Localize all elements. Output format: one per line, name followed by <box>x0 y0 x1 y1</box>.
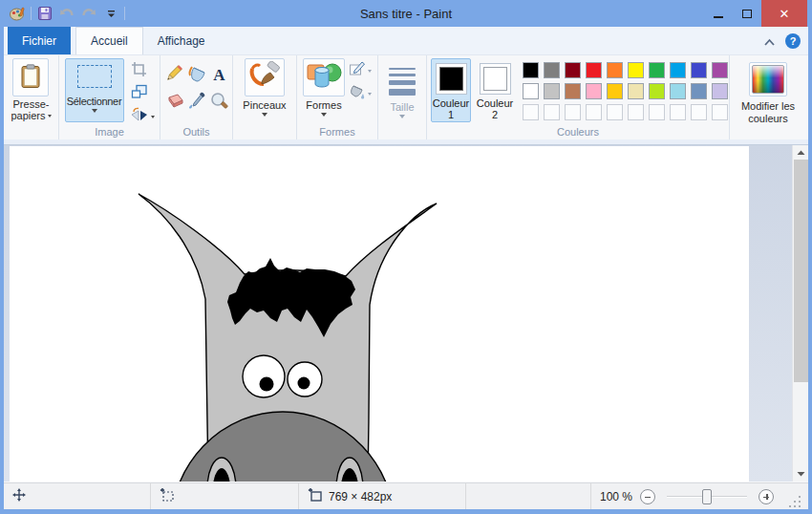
scroll-up-arrow[interactable] <box>793 145 808 160</box>
palette-swatch-empty[interactable] <box>628 104 644 120</box>
zoom-in-button[interactable] <box>759 489 774 504</box>
fill-tool[interactable] <box>186 64 207 87</box>
zoom-slider[interactable] <box>667 489 747 504</box>
line-size-icon <box>389 68 416 96</box>
clipboard-label-line1: Presse- <box>13 98 50 110</box>
resize-grip[interactable] <box>787 494 801 507</box>
palette-swatch[interactable] <box>712 83 728 99</box>
shapes-icon <box>306 61 342 94</box>
selection-marquee-icon <box>77 65 112 88</box>
paint-canvas[interactable] <box>10 146 749 482</box>
save-button[interactable] <box>36 5 53 22</box>
maximize-button[interactable] <box>733 0 761 27</box>
quick-access-toolbar <box>9 5 125 22</box>
empty-status-cell <box>466 483 591 509</box>
palette-swatch-empty[interactable] <box>607 104 623 120</box>
customize-qat-dropdown-icon[interactable] <box>102 5 119 22</box>
magnifier-tool[interactable] <box>209 91 230 114</box>
palette-swatch-empty[interactable] <box>544 104 560 120</box>
palette-swatch[interactable] <box>544 83 560 99</box>
group-size: Taille <box>378 55 427 139</box>
palette-swatch-empty[interactable] <box>712 104 728 120</box>
resize-button[interactable] <box>131 84 155 103</box>
text-tool-icon: A <box>213 66 224 85</box>
work-area <box>4 145 808 482</box>
size-button[interactable]: Taille <box>389 58 416 118</box>
color1-label-line1: Couleur <box>433 97 470 109</box>
palette-swatch[interactable] <box>523 83 539 99</box>
rotate-button[interactable] <box>131 107 155 126</box>
edit-colors-button[interactable]: Modifier les couleurs <box>741 58 795 125</box>
paint-app-icon <box>9 5 26 22</box>
shapes-button[interactable]: Formes <box>303 58 345 117</box>
color-picker-tool[interactable] <box>186 91 207 114</box>
crop-button[interactable] <box>131 61 155 80</box>
shape-outline-icon <box>349 61 366 80</box>
color2-button[interactable]: Couleur 2 <box>475 58 515 122</box>
palette-swatch[interactable] <box>670 83 686 99</box>
zoom-level-text: 100 % <box>600 490 632 503</box>
palette-swatch[interactable] <box>691 62 707 78</box>
group-image: Sélectionner <box>59 55 160 139</box>
minimize-button[interactable] <box>704 0 733 27</box>
palette-swatch[interactable] <box>628 83 644 99</box>
palette-swatch[interactable] <box>691 83 707 99</box>
palette-swatch[interactable] <box>649 62 665 78</box>
palette-swatch[interactable] <box>649 83 665 99</box>
palette-swatch[interactable] <box>712 62 728 78</box>
palette-swatch[interactable] <box>628 62 644 78</box>
color2-label-line1: Couleur <box>477 97 514 109</box>
scroll-down-arrow[interactable] <box>793 467 808 482</box>
zoom-slider-thumb[interactable] <box>702 489 712 504</box>
image-size-cell: 769 × 482px <box>299 483 466 509</box>
palette-swatch-empty[interactable] <box>691 104 707 120</box>
undo-button[interactable] <box>58 5 75 22</box>
color1-swatch <box>439 67 463 91</box>
palette-swatch-empty[interactable] <box>523 104 539 120</box>
group-label-colors: Couleurs <box>427 126 729 138</box>
resize-icon <box>131 84 148 103</box>
color2-label-line2: 2 <box>492 109 498 120</box>
ribbon-tab-row: Fichier Accueil Affichage ? <box>4 27 808 54</box>
shape-outline-button[interactable] <box>349 61 372 80</box>
select-button[interactable]: Sélectionner <box>65 58 124 122</box>
palette-swatch-empty[interactable] <box>649 104 665 120</box>
palette-swatch[interactable] <box>670 62 686 78</box>
tab-affichage[interactable]: Affichage <box>143 27 220 54</box>
palette-swatch[interactable] <box>523 62 539 78</box>
paste-button[interactable]: Presse- papiers <box>11 58 51 121</box>
palette-swatch[interactable] <box>586 83 602 99</box>
palette-swatch-empty[interactable] <box>586 104 602 120</box>
group-label-shapes: Formes <box>297 126 377 138</box>
pencil-tool[interactable] <box>163 64 184 87</box>
group-edit-colors: Modifier les couleurs <box>730 55 806 139</box>
image-size-text: 769 × 482px <box>329 490 392 503</box>
brushes-button[interactable]: Pinceaux <box>243 58 286 117</box>
palette-swatch[interactable] <box>607 83 623 99</box>
close-button[interactable]: ✕ <box>761 0 807 27</box>
palette-swatch[interactable] <box>544 62 560 78</box>
eraser-tool[interactable] <box>163 91 184 114</box>
palette-swatch[interactable] <box>565 62 581 78</box>
tab-accueil[interactable]: Accueil <box>75 27 143 54</box>
zoom-out-button[interactable] <box>640 489 655 504</box>
collapse-ribbon-icon[interactable] <box>763 32 776 50</box>
color1-button[interactable]: Couleur 1 <box>431 58 471 122</box>
vertical-scrollbar[interactable] <box>792 145 808 482</box>
palette-swatch[interactable] <box>565 83 581 99</box>
redo-button[interactable] <box>80 5 97 22</box>
cursor-position-icon <box>12 488 26 504</box>
palette-swatch[interactable] <box>607 62 623 78</box>
shape-fill-button[interactable] <box>349 84 372 103</box>
edit-colors-label-line1: Modifier les <box>741 100 795 113</box>
palette-swatch[interactable] <box>586 62 602 78</box>
scrollbar-thumb[interactable] <box>794 160 808 382</box>
text-tool[interactable]: A <box>209 64 230 87</box>
palette-swatch-empty[interactable] <box>670 104 686 120</box>
shape-fill-icon <box>349 84 366 103</box>
palette-swatch-empty[interactable] <box>565 104 581 120</box>
tab-fichier[interactable]: Fichier <box>8 27 71 54</box>
help-icon[interactable]: ? <box>785 33 801 49</box>
edit-colors-label-line2: couleurs <box>741 113 795 125</box>
select-label: Sélectionner <box>67 96 122 107</box>
